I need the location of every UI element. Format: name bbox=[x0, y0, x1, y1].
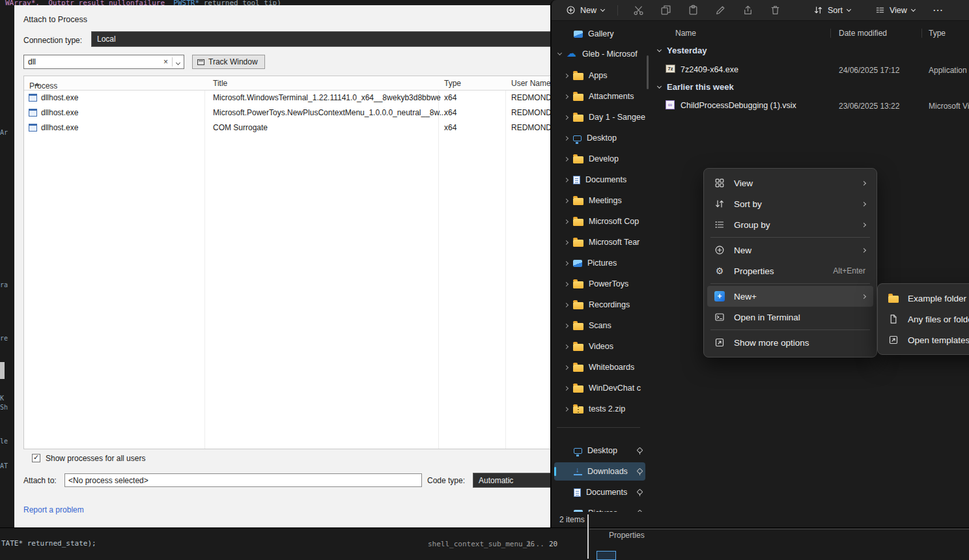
sidebar-item-videos[interactable]: Videos bbox=[554, 337, 645, 356]
column-header-name[interactable]: Name bbox=[675, 29, 696, 38]
chevron-right-icon[interactable] bbox=[564, 219, 569, 223]
chevron-right-icon[interactable] bbox=[564, 406, 569, 411]
column-divider[interactable] bbox=[921, 29, 922, 38]
menu-item-new-plus[interactable]: New+ bbox=[707, 286, 873, 307]
sidebar-item-recordings[interactable]: Recordings bbox=[554, 296, 645, 314]
pane-splitter[interactable] bbox=[587, 514, 589, 559]
folder-icon bbox=[573, 94, 583, 101]
chevron-right-icon[interactable] bbox=[564, 240, 569, 244]
new-button[interactable]: New bbox=[559, 2, 611, 19]
sidebar-item-pictures-tree[interactable]: Pictures bbox=[554, 254, 645, 272]
view-button[interactable]: View bbox=[869, 2, 921, 19]
menu-label: Show more options bbox=[734, 338, 865, 348]
table-header-row: Process Title Type User Name bbox=[24, 76, 562, 91]
table-row[interactable]: dllhost.exe Microsoft.PowerToys.NewPlusC… bbox=[24, 105, 562, 120]
sidebar-item-gallery[interactable]: Gallery bbox=[554, 25, 645, 43]
chevron-right-icon[interactable] bbox=[564, 73, 569, 77]
sidebar-item-downloads-pinned[interactable]: Downloads bbox=[554, 462, 645, 481]
process-table: Process Title Type User Name dllhost.exe… bbox=[23, 76, 563, 449]
delete-button[interactable] bbox=[761, 2, 789, 19]
group-header-yesterday[interactable]: Yesterday bbox=[658, 46, 707, 55]
sidebar-label: Desktop bbox=[587, 133, 617, 143]
copy-button[interactable] bbox=[652, 2, 679, 19]
rename-button[interactable] bbox=[707, 2, 734, 19]
sidebar-label: Downloads bbox=[587, 467, 628, 476]
chevron-down-icon[interactable] bbox=[657, 83, 662, 88]
filter-dropdown-icon[interactable] bbox=[173, 57, 184, 66]
column-header-type[interactable]: Type bbox=[444, 79, 461, 88]
chevron-down-icon[interactable] bbox=[557, 51, 562, 55]
group-header-earlier-this-week[interactable]: Earlier this week bbox=[658, 82, 734, 92]
sidebar-item-attachments[interactable]: Attachments bbox=[554, 87, 645, 105]
sidebar-item-documents-tree[interactable]: Documents bbox=[554, 171, 645, 189]
column-divider[interactable] bbox=[830, 29, 831, 38]
sidebar-item-meetings[interactable]: Meetings bbox=[554, 191, 645, 210]
column-header-date-modified[interactable]: Date modified bbox=[839, 29, 887, 38]
menu-item-view[interactable]: View bbox=[707, 173, 873, 193]
clear-filter-icon[interactable]: × bbox=[160, 57, 172, 66]
track-window-button[interactable]: Track Window bbox=[192, 55, 265, 69]
chevron-right-icon[interactable] bbox=[564, 115, 569, 119]
submenu-item-any-files[interactable]: Any files or folde bbox=[881, 309, 969, 329]
sidebar-item-desktop-pinned[interactable]: Desktop bbox=[554, 441, 645, 460]
sidebar-item-powertoys[interactable]: PowerToys bbox=[554, 275, 645, 293]
column-header-process[interactable]: Process bbox=[29, 79, 40, 88]
sidebar-scrollbar-thumb[interactable] bbox=[647, 55, 649, 89]
sidebar-item-scans[interactable]: Scans bbox=[554, 316, 645, 335]
menu-item-new[interactable]: New bbox=[707, 240, 873, 260]
sidebar-label: WinDevChat c bbox=[589, 384, 641, 393]
attach-to-input[interactable]: <No process selected> bbox=[64, 473, 422, 487]
sidebar-item-onedrive[interactable]: Gleb - Microsof bbox=[554, 45, 645, 63]
chevron-right-icon[interactable] bbox=[564, 260, 569, 265]
sidebar-label: Apps bbox=[589, 71, 608, 80]
column-header-title[interactable]: Title bbox=[213, 79, 227, 88]
table-row[interactable]: dllhost.exe Microsoft.WindowsTerminal_1.… bbox=[24, 91, 562, 105]
sidebar-item-tests-zip[interactable]: tests 2.zip bbox=[554, 400, 645, 418]
properties-panel-focused-control[interactable] bbox=[597, 551, 616, 560]
menu-item-sort-by[interactable]: Sort by bbox=[707, 193, 873, 214]
menu-item-group-by[interactable]: Group by bbox=[707, 214, 873, 235]
column-header-user[interactable]: User Name bbox=[511, 79, 551, 88]
chevron-right-icon[interactable] bbox=[564, 385, 569, 390]
sidebar-item-day1[interactable]: Day 1 - Sangee bbox=[554, 108, 645, 126]
chevron-right-icon[interactable] bbox=[564, 344, 569, 348]
share-button[interactable] bbox=[734, 2, 761, 19]
chevron-right-icon[interactable] bbox=[564, 156, 569, 161]
chevron-right-icon[interactable] bbox=[564, 365, 569, 369]
sidebar-item-apps[interactable]: Apps bbox=[554, 66, 645, 85]
chevron-right-icon[interactable] bbox=[564, 135, 569, 140]
process-filter-input[interactable]: dll × bbox=[23, 55, 184, 69]
chevron-right-icon[interactable] bbox=[564, 198, 569, 203]
folder-icon bbox=[573, 385, 583, 393]
sidebar-item-desktop-tree[interactable]: Desktop bbox=[554, 129, 645, 147]
chevron-right-icon[interactable] bbox=[564, 302, 569, 307]
paste-button[interactable] bbox=[679, 2, 707, 19]
chevron-right-icon[interactable] bbox=[564, 94, 569, 98]
chevron-right-icon[interactable] bbox=[564, 177, 569, 182]
chevron-right-icon[interactable] bbox=[564, 323, 569, 328]
submenu-item-example-folder[interactable]: Example folder bbox=[881, 288, 969, 309]
sidebar-item-microsoft-copilot[interactable]: Microsoft Cop bbox=[554, 212, 645, 231]
cut-button[interactable] bbox=[625, 2, 652, 19]
column-header-type[interactable]: Type bbox=[929, 29, 946, 38]
chevron-right-icon[interactable] bbox=[564, 281, 569, 286]
sidebar-item-documents-pinned[interactable]: Documents bbox=[554, 483, 645, 501]
chevron-down-icon[interactable] bbox=[657, 47, 662, 51]
submenu-item-open-templates[interactable]: Open templates bbox=[881, 329, 969, 350]
sidebar-item-whiteboards[interactable]: Whiteboards bbox=[554, 358, 645, 376]
menu-item-properties[interactable]: ⚙ Properties Alt+Enter bbox=[707, 260, 873, 281]
connection-type-combobox[interactable]: Local bbox=[91, 31, 557, 47]
table-row[interactable]: dllhost.exe COM Surrogate x64 REDMOND bbox=[24, 120, 562, 135]
editor-scrollbar-thumb[interactable] bbox=[0, 362, 5, 379]
menu-item-show-more-options[interactable]: Show more options bbox=[707, 332, 873, 353]
show-all-users-label: Show processes for all users bbox=[46, 454, 145, 463]
show-all-users-checkbox[interactable] bbox=[32, 454, 40, 462]
sort-button[interactable]: Sort bbox=[807, 2, 857, 19]
item-count: 2 items bbox=[559, 515, 585, 524]
menu-item-open-in-terminal[interactable]: Open in Terminal bbox=[707, 307, 873, 328]
sidebar-item-microsoft-teams[interactable]: Microsoft Tear bbox=[554, 233, 645, 251]
report-problem-link[interactable]: Report a problem bbox=[23, 505, 84, 514]
sidebar-item-windevchat[interactable]: WinDevChat c bbox=[554, 379, 645, 397]
sidebar-item-develop[interactable]: Develop bbox=[554, 150, 645, 168]
more-options-icon[interactable]: ⋯ bbox=[933, 4, 943, 16]
